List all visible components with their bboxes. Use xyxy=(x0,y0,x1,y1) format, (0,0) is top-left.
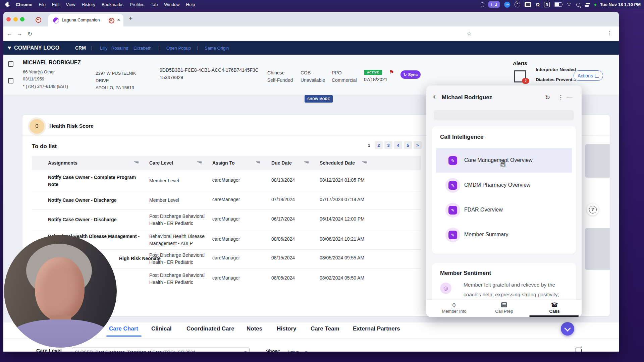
timer-icon[interactable] xyxy=(515,2,520,7)
browser-tab[interactable]: Laguna Companion ✕ xyxy=(48,14,123,26)
page-1[interactable]: 1 xyxy=(365,141,373,149)
cell-assign-to: careManager xyxy=(212,255,240,260)
todo-title: To do list xyxy=(32,143,57,150)
close-window-button[interactable] xyxy=(6,17,11,21)
nav-link-rosalind[interactable]: Rosalind xyxy=(111,46,128,51)
panel-tab-calls[interactable]: ☎ Calls xyxy=(534,302,575,314)
bookmark-star-icon[interactable]: ☆ xyxy=(467,30,472,37)
table-header: Assignments Care Level Assign To Due Dat… xyxy=(32,156,421,170)
back-icon[interactable]: ← xyxy=(7,31,12,37)
checkbox[interactable] xyxy=(8,61,13,67)
menu-history[interactable]: History xyxy=(82,2,95,7)
nav-link-open-popup[interactable]: Open Popup xyxy=(166,46,191,51)
nav-link-lilly[interactable]: Lilly xyxy=(100,46,107,51)
new-tab-button[interactable]: + xyxy=(129,15,132,22)
actions-button[interactable]: Actions xyxy=(574,70,603,81)
tab-external-partners[interactable]: External Partners xyxy=(353,325,400,332)
apple-icon[interactable] xyxy=(5,2,10,7)
microphone-icon[interactable] xyxy=(481,2,484,7)
menu-window[interactable]: Window xyxy=(164,2,179,7)
cell-assignment: Notify Case Owner - Complete Program Not… xyxy=(48,174,146,188)
patient-cob-2: Unavailable xyxy=(301,77,325,83)
tab-coordinated-care[interactable]: Coordinated Care xyxy=(186,325,234,332)
patient-plan-2: Commercial xyxy=(332,77,357,83)
menu-edit[interactable]: Edit xyxy=(52,2,59,7)
sync-button[interactable]: ↻Sync xyxy=(400,70,421,79)
zoom-window-button[interactable] xyxy=(20,17,24,21)
panel-tab-member-info[interactable]: ☺ Member Info xyxy=(434,302,474,314)
nav-link-elizabeth[interactable]: Elizabeth xyxy=(133,46,151,51)
panel-tab-call-prep[interactable]: Call Prep xyxy=(484,302,524,314)
filter-icon[interactable] xyxy=(362,161,367,164)
cell-assign-to: careManager xyxy=(212,197,240,202)
table-row[interactable]: Notify Case Owner - Discharge Post Disch… xyxy=(32,209,421,231)
table-row[interactable]: Notify Case Owner - Discharge Member Lev… xyxy=(32,192,421,209)
call-intelligence-card: Call Intelligence ✎ Care Management Over… xyxy=(432,126,576,254)
filter-icon[interactable] xyxy=(197,161,202,164)
tab-care-chart[interactable]: Care Chart xyxy=(109,325,138,332)
panel-item-fdar-overview[interactable]: ✎ FDAR Overview xyxy=(432,198,576,222)
page-2[interactable]: 2 xyxy=(375,141,383,149)
browser-menu-kebab-icon[interactable]: ⋮ xyxy=(607,30,612,36)
nav-link-same-origin[interactable]: Same Origin xyxy=(205,46,229,51)
cell-scheduled: 08/02/2024 05:50 AM xyxy=(320,275,364,281)
panel-item-member-summary[interactable]: ✎ Member Summary xyxy=(432,223,576,247)
scroll-down-fab[interactable] xyxy=(561,322,574,336)
control-center-icon[interactable] xyxy=(585,3,590,7)
filter-icon[interactable] xyxy=(256,161,260,164)
back-chevron-icon[interactable]: ‹ xyxy=(433,93,436,100)
grid-menu-icon[interactable] xyxy=(525,2,531,7)
menu-help[interactable]: Help xyxy=(186,2,195,7)
menu-chrome[interactable]: Chrome xyxy=(16,2,32,7)
cell-due-date: 08/06/2024 xyxy=(271,236,295,242)
minimize-window-button[interactable] xyxy=(13,17,18,21)
table-row[interactable]: Notify Case Owner - Complete Program Not… xyxy=(32,170,421,192)
tab-clinical[interactable]: Clinical xyxy=(151,325,171,332)
export-icon[interactable] xyxy=(576,348,582,352)
tab-history[interactable]: History xyxy=(277,325,297,332)
care-level-dropdown[interactable]: CLOSED- Post Discharge, Transition of Ca… xyxy=(72,348,250,352)
filter-icon[interactable] xyxy=(304,161,309,164)
checkbox[interactable] xyxy=(8,78,13,83)
help-button[interactable]: ? xyxy=(587,203,599,216)
menu-bar-clock[interactable]: Tue Nov 18 1:10 PM xyxy=(600,0,641,9)
menu-bookmarks[interactable]: Bookmarks xyxy=(102,2,123,7)
panel-item-cmdm-pharmacy-overview[interactable]: ✎ CMDM Pharmacy Overview xyxy=(432,173,576,197)
screen-share-icon[interactable] xyxy=(488,1,500,8)
notion-icon[interactable]: N xyxy=(544,2,550,7)
refresh-icon[interactable]: ↻ xyxy=(545,94,550,101)
smiley-icon: ☺ xyxy=(440,283,451,294)
menu-tab[interactable]: Tab xyxy=(151,2,158,7)
minimize-panel-icon[interactable]: — xyxy=(567,93,573,100)
kebab-menu-icon[interactable]: ⋮ xyxy=(558,94,564,101)
reload-icon[interactable]: ↻ xyxy=(28,31,32,38)
page-5[interactable]: 5 xyxy=(404,141,412,149)
filter-icon[interactable] xyxy=(134,161,139,164)
chevron-down-icon: ▾ xyxy=(244,350,247,352)
battery-icon[interactable] xyxy=(554,2,562,7)
sync-icon: ↻ xyxy=(404,72,407,77)
show-filter-dropdown[interactable]: Active▾ xyxy=(284,348,310,352)
page-next[interactable]: > xyxy=(414,141,422,149)
cell-assignment: Notify Case Owner - Discharge xyxy=(48,216,146,223)
tab-close-icon[interactable]: ✕ xyxy=(117,17,120,22)
spotlight-search-icon[interactable] xyxy=(576,3,580,7)
flag-icon[interactable]: ⚑ xyxy=(389,69,394,76)
menu-file[interactable]: File xyxy=(39,2,46,7)
ring-app-icon[interactable]: Ω xyxy=(536,2,540,7)
tab-care-team[interactable]: Care Team xyxy=(311,325,339,332)
menu-profiles[interactable]: Profiles xyxy=(130,2,144,7)
cell-care-level: Post Discharge Behavioral Health - ER Pe… xyxy=(149,272,207,286)
cell-assign-to: careManager xyxy=(212,216,240,222)
cell-scheduled: 08/06/2024 10:21 AM xyxy=(320,236,364,242)
zoom-app-icon[interactable]: zm xyxy=(504,2,510,8)
show-more-button[interactable]: SHOW MORE xyxy=(305,95,333,103)
forward-icon[interactable]: → xyxy=(17,31,22,37)
alerts-checkbox-icon[interactable]: 2 xyxy=(514,70,526,82)
page-3[interactable]: 3 xyxy=(384,141,392,149)
page-4[interactable]: 4 xyxy=(394,141,402,149)
panel-tab-bar: ☺ Member Info Call Prep ☎ Calls xyxy=(426,300,582,317)
menu-view[interactable]: View xyxy=(66,2,75,7)
tab-notes[interactable]: Notes xyxy=(247,325,262,332)
wifi-icon[interactable] xyxy=(567,3,572,7)
